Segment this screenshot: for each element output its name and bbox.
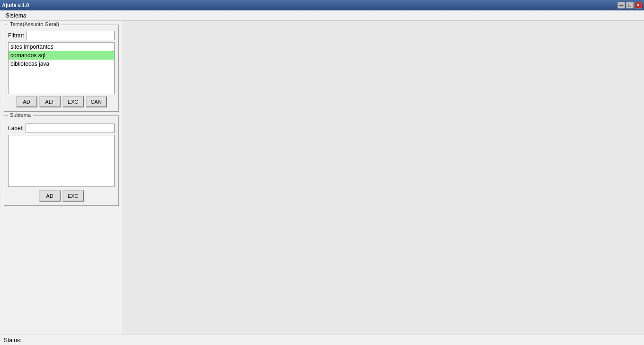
tema-can-button[interactable]: CAN	[86, 96, 107, 107]
tema-ad-button[interactable]: AD	[16, 96, 37, 107]
filter-row: Filtrar:	[8, 31, 115, 40]
menu-item-sistema[interactable]: Sistema	[2, 11, 30, 20]
window-controls: — □ ✕	[617, 2, 642, 9]
title-bar: Ajuda v.1.0 — □ ✕	[0, 0, 644, 10]
status-label: Status:	[4, 337, 21, 344]
tema-group: Tema(Assunto Geral) Filtrar: sites impor…	[4, 25, 119, 112]
window-title: Ajuda v.1.0	[2, 2, 29, 8]
subtema-textarea[interactable]	[8, 135, 115, 187]
tema-button-row: AD ALT EXC CAN	[8, 96, 115, 107]
filter-label: Filtrar:	[8, 32, 24, 39]
status-bar: Status:	[0, 335, 644, 345]
maximize-button[interactable]: □	[626, 2, 634, 9]
subtema-label-input[interactable]	[26, 124, 115, 133]
tema-list[interactable]: sites importantes comandos sql bibliotec…	[8, 42, 115, 94]
tema-alt-button[interactable]: ALT	[39, 96, 61, 107]
subtema-button-row: AD EXC	[8, 190, 115, 202]
minimize-button[interactable]: —	[617, 2, 625, 9]
left-panel: Tema(Assunto Geral) Filtrar: sites impor…	[0, 21, 123, 335]
filter-input[interactable]	[26, 31, 115, 40]
main-content: Tema(Assunto Geral) Filtrar: sites impor…	[0, 21, 644, 335]
subtema-group: Subtema Label: AD EXC	[4, 115, 119, 206]
list-item-sites[interactable]: sites importantes	[9, 43, 114, 51]
right-panel	[123, 21, 644, 335]
menu-bar: Sistema	[0, 10, 644, 21]
list-item-bibliotecas[interactable]: bibliotecas java	[9, 60, 114, 68]
tema-exc-button[interactable]: EXC	[63, 96, 84, 107]
subtema-group-legend: Subtema	[8, 112, 33, 118]
subtema-label-row: Label:	[8, 124, 115, 133]
subtema-label-text: Label:	[8, 125, 24, 132]
list-item-comandos[interactable]: comandos sql	[9, 51, 114, 60]
tema-group-legend: Tema(Assunto Geral)	[8, 21, 61, 27]
subtema-ad-button[interactable]: AD	[39, 190, 61, 202]
close-button[interactable]: ✕	[635, 2, 642, 9]
subtema-exc-button[interactable]: EXC	[63, 190, 84, 202]
